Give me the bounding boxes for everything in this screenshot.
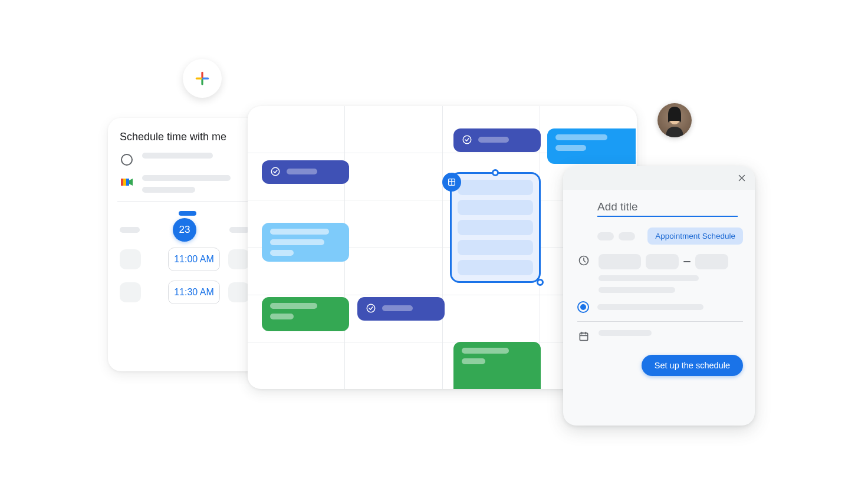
slot-placeholder	[228, 282, 249, 302]
slot-placeholder	[120, 249, 141, 269]
svg-rect-3	[126, 179, 129, 186]
svg-point-5	[463, 136, 471, 144]
booking-title: Schedule time with me	[120, 131, 249, 143]
mini-calendar-tab	[179, 211, 196, 216]
svg-rect-1	[121, 179, 123, 186]
create-button[interactable]	[183, 59, 222, 98]
event-line-placeholder	[270, 239, 324, 245]
check-circle-icon	[270, 166, 281, 177]
booking-panel: Schedule time with me	[108, 118, 261, 371]
setup-schedule-button[interactable]: Set up the schedule	[642, 355, 743, 376]
selected-date[interactable]: 23	[173, 218, 196, 242]
popover-header	[563, 166, 755, 190]
slot-placeholder	[120, 282, 141, 302]
user-avatar[interactable]	[657, 103, 692, 137]
svg-point-7	[367, 304, 375, 312]
moon-icon	[120, 153, 134, 167]
event-editor-popover: Appointment Schedule	[563, 166, 755, 426]
event-title-placeholder	[478, 137, 509, 143]
placeholder-line	[142, 187, 195, 193]
booking-row-timezone	[120, 153, 249, 167]
start-time-field[interactable]	[646, 254, 679, 269]
time-slot-button[interactable]: 11:30 AM	[168, 281, 220, 304]
placeholder-line	[142, 153, 213, 159]
meet-icon	[120, 175, 134, 189]
plus-icon	[195, 71, 210, 86]
title-input[interactable]	[597, 200, 738, 217]
radio-selected-icon[interactable]	[577, 301, 589, 313]
appointment-schedule-block[interactable]	[450, 172, 541, 283]
appointment-slot[interactable]	[458, 200, 533, 215]
calendar-icon	[577, 330, 590, 343]
radio-option-row[interactable]	[577, 301, 743, 313]
placeholder-line	[142, 175, 231, 181]
mini-day-placeholder	[120, 227, 140, 233]
appointment-schedule-chip[interactable]: Appointment Schedule	[647, 227, 743, 245]
resize-handle[interactable]	[492, 169, 499, 176]
event-line-placeholder	[555, 145, 586, 151]
calendar-event[interactable]	[357, 297, 445, 321]
appointment-slot[interactable]	[458, 240, 533, 255]
event-line-placeholder	[270, 250, 294, 256]
divider	[577, 321, 743, 322]
event-title-placeholder	[462, 348, 509, 354]
calendar-event[interactable]	[547, 128, 636, 164]
placeholder-line	[599, 287, 675, 293]
close-button[interactable]	[735, 171, 749, 185]
appointment-slot[interactable]	[458, 180, 533, 195]
mini-calendar: 23	[120, 211, 249, 238]
placeholder-line	[599, 330, 652, 336]
event-type-row: Appointment Schedule	[597, 227, 743, 245]
svg-rect-12	[580, 333, 587, 341]
calendar-event[interactable]	[262, 160, 349, 184]
calendar-event[interactable]	[453, 342, 541, 389]
check-circle-icon	[462, 134, 472, 145]
appointment-slot[interactable]	[458, 220, 533, 235]
event-title-placeholder	[382, 305, 413, 311]
type-option-placeholder[interactable]	[619, 232, 635, 240]
placeholder-line	[597, 304, 703, 310]
event-line-placeholder	[270, 314, 294, 319]
event-title-placeholder	[287, 169, 317, 174]
event-line-placeholder	[462, 358, 485, 364]
appointment-grid-icon	[442, 173, 461, 192]
calendar-event[interactable]	[262, 223, 349, 262]
clock-icon	[577, 254, 590, 267]
svg-point-0	[121, 154, 132, 165]
event-title-placeholder	[270, 303, 317, 309]
appointment-slot[interactable]	[458, 260, 533, 275]
schedule-field-row	[577, 330, 743, 343]
check-circle-icon	[366, 303, 376, 314]
mini-day-placeholder	[229, 227, 249, 233]
booking-row-meet	[120, 175, 249, 193]
event-title-placeholder	[555, 134, 607, 140]
type-option-placeholder[interactable]	[597, 232, 614, 240]
time-slot-row: 11:00 AM	[120, 248, 249, 271]
divider	[117, 201, 252, 202]
placeholder-line	[599, 275, 699, 281]
time-field-row	[577, 254, 743, 293]
event-title-placeholder	[270, 229, 329, 235]
calendar-event[interactable]	[262, 297, 349, 331]
resize-handle[interactable]	[537, 279, 544, 286]
calendar-event[interactable]	[453, 128, 541, 152]
slot-placeholder	[228, 249, 249, 269]
svg-point-6	[271, 167, 280, 176]
time-range-dash	[683, 261, 691, 262]
date-field[interactable]	[599, 254, 641, 269]
end-time-field[interactable]	[695, 254, 728, 269]
svg-marker-4	[129, 179, 133, 186]
svg-rect-2	[123, 179, 126, 186]
time-slot-row: 11:30 AM	[120, 281, 249, 304]
time-slot-button[interactable]: 11:00 AM	[168, 248, 220, 271]
close-icon	[737, 173, 747, 183]
